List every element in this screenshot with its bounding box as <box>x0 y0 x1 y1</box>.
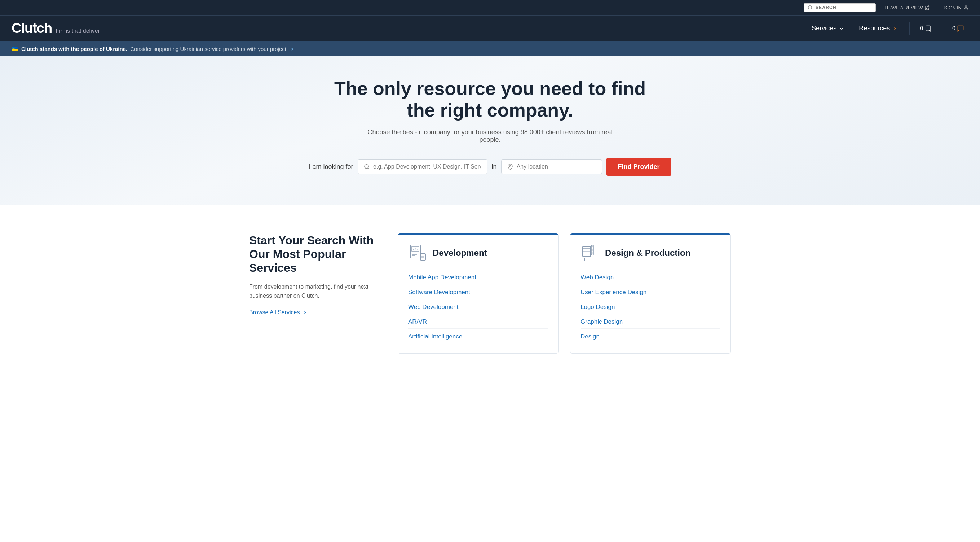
bookmarks-button[interactable]: 0 <box>915 22 936 35</box>
svg-point-0 <box>808 6 811 9</box>
ukraine-normal-text: Consider supporting Ukrainian service pr… <box>130 46 286 52</box>
ux-design-link[interactable]: User Experience Design <box>581 286 721 299</box>
top-bar: LEAVE A REVIEW SIGN IN <box>0 0 980 15</box>
find-provider-button[interactable]: Find Provider <box>606 158 671 176</box>
svg-text:</>: </> <box>413 248 418 251</box>
web-dev-link[interactable]: Web Development <box>408 301 548 314</box>
svg-line-4 <box>368 168 369 169</box>
location-pin-icon <box>507 163 513 170</box>
web-design-link[interactable]: Web Design <box>581 271 721 284</box>
design-card-links: Web Design User Experience Design Logo D… <box>570 268 730 353</box>
sign-in-link[interactable]: SIGN IN <box>944 5 969 10</box>
development-card-links: Mobile App Development Software Developm… <box>398 268 558 353</box>
logo-design-link[interactable]: Logo Design <box>581 301 721 314</box>
design-card: Design & Production Web Design User Expe… <box>570 233 731 354</box>
design-icon <box>581 244 599 262</box>
message-icon <box>957 25 964 32</box>
svg-rect-24 <box>591 252 593 254</box>
location-search-container <box>501 159 602 174</box>
service-search-icon <box>364 163 370 170</box>
nav-divider-1 <box>909 22 910 35</box>
services-intro-description: From development to marketing, find your… <box>249 282 386 301</box>
search-label: I am looking for <box>309 163 353 171</box>
logo-tagline: Firms that deliver <box>56 28 100 34</box>
hero-subtitle: Choose the best-fit company for your bus… <box>364 129 616 143</box>
in-label: in <box>492 163 497 171</box>
svg-point-2 <box>965 6 967 8</box>
svg-point-3 <box>364 164 369 169</box>
svg-rect-12 <box>420 253 425 260</box>
chevron-right-icon <box>892 26 898 31</box>
development-card: </> Development Mobile App Development S… <box>398 233 558 354</box>
services-nav-button[interactable]: Services <box>806 22 850 35</box>
location-input[interactable] <box>517 163 596 170</box>
browse-all-services-link[interactable]: Browse All Services <box>249 309 386 316</box>
svg-point-5 <box>509 166 511 167</box>
messages-button[interactable]: 0 <box>948 22 969 35</box>
design-card-title: Design & Production <box>605 248 690 258</box>
resources-nav-button[interactable]: Resources <box>853 22 904 35</box>
graphic-design-link[interactable]: Graphic Design <box>581 316 721 329</box>
ukraine-link-arrow[interactable]: > <box>291 46 294 52</box>
top-search-container[interactable] <box>804 3 876 12</box>
ai-link[interactable]: Artificial Intelligence <box>408 330 548 343</box>
services-intro: Start Your Search With Our Most Popular … <box>249 233 386 354</box>
ukraine-banner: 🇺🇦 Clutch stands with the people of Ukra… <box>0 41 980 56</box>
services-section: Start Your Search With Our Most Popular … <box>238 212 742 375</box>
design-link[interactable]: Design <box>581 330 721 343</box>
bookmark-icon <box>924 25 932 32</box>
svg-rect-22 <box>591 245 593 247</box>
hero-title: The only resource you need to find the r… <box>328 78 652 121</box>
chevron-down-icon <box>838 26 845 31</box>
software-dev-link[interactable]: Software Development <box>408 286 548 299</box>
leave-review-link[interactable]: LEAVE A REVIEW <box>885 5 929 10</box>
user-icon <box>963 5 969 10</box>
main-nav: Clutch Firms that deliver Services Resou… <box>0 15 980 41</box>
svg-rect-23 <box>591 249 593 251</box>
logo: Clutch <box>11 21 52 36</box>
arvr-link[interactable]: AR/VR <box>408 316 548 329</box>
development-card-header: </> Development <box>398 235 558 268</box>
design-card-header: Design & Production <box>570 235 730 268</box>
divider <box>937 4 937 11</box>
nav-items: Services Resources 0 0 <box>806 22 969 35</box>
services-intro-title: Start Your Search With Our Most Popular … <box>249 233 386 275</box>
chevron-right-small-icon <box>302 309 308 316</box>
service-search-input[interactable] <box>373 163 481 170</box>
development-icon: </> <box>408 244 427 262</box>
hero-section: The only resource you need to find the r… <box>0 56 980 205</box>
service-search-container <box>358 159 487 174</box>
development-card-title: Development <box>433 248 487 258</box>
logo-area: Clutch Firms that deliver <box>11 21 806 36</box>
svg-line-1 <box>811 9 812 10</box>
search-bar: I am looking for in Find Provider <box>11 158 969 176</box>
ukraine-bold-text: Clutch stands with the people of Ukraine… <box>21 46 127 52</box>
mobile-app-dev-link[interactable]: Mobile App Development <box>408 271 548 284</box>
search-icon <box>808 5 813 10</box>
ukraine-flag: 🇺🇦 <box>11 45 18 52</box>
edit-icon <box>925 5 929 10</box>
top-search-input[interactable] <box>816 5 866 10</box>
top-bar-actions: LEAVE A REVIEW SIGN IN <box>885 4 969 11</box>
